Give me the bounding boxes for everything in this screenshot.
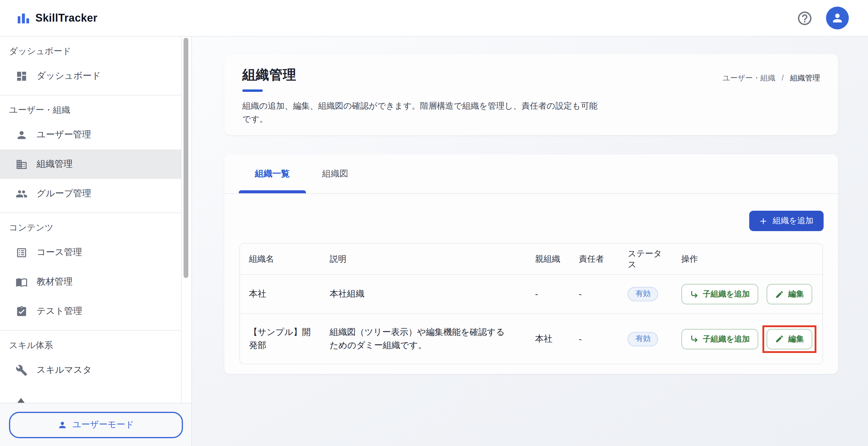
- page-header-card: 組織管理 組織の追加、編集、組織図の確認ができます。階層構造で組織を管理し、責任…: [224, 54, 838, 135]
- status-badge: 有効: [628, 287, 658, 301]
- person-icon: [57, 420, 67, 429]
- building-icon: [16, 158, 28, 170]
- add-organization-button[interactable]: 組織を追加: [749, 211, 824, 231]
- sidebar-item-user-management[interactable]: ユーザー管理: [0, 120, 181, 149]
- pencil-icon: [775, 290, 784, 299]
- tab-label: 組織一覧: [255, 168, 290, 179]
- edit-org-label: 編集: [788, 333, 804, 344]
- sidebar-item-label: コース管理: [37, 247, 82, 258]
- org-manager: -: [570, 314, 619, 364]
- org-parent: 本社: [526, 314, 570, 364]
- person-icon: [831, 11, 844, 25]
- sidebar-item-test-management[interactable]: テスト管理: [0, 297, 181, 326]
- organization-table: 組織名 説明 親組織 責任者 ステータス 操作 本社 本社組織 -: [239, 243, 823, 364]
- main-content: 組織管理 組織の追加、編集、組織図の確認ができます。階層構造で組織を管理し、責任…: [192, 37, 868, 446]
- table-toolbar: 組織を追加: [224, 194, 838, 231]
- add-child-org-label: 子組織を追加: [703, 333, 750, 344]
- org-description: 本社組織: [321, 275, 526, 314]
- sidebar-item-label: ユーザー管理: [37, 129, 91, 141]
- sidebar-item-label: 教材管理: [37, 276, 72, 288]
- sidebar-item-label: スキルマスタ: [37, 364, 92, 376]
- breadcrumb-current: 組織管理: [790, 74, 820, 82]
- edit-org-label: 編集: [788, 289, 804, 300]
- sidebar-item-material-management[interactable]: 教材管理: [0, 267, 181, 297]
- edit-org-button-highlighted[interactable]: 編集: [767, 329, 812, 349]
- book-icon: [16, 276, 28, 288]
- tab-bar: 組織一覧 組織図: [224, 154, 838, 194]
- tab-organization-chart[interactable]: 組織図: [306, 154, 364, 193]
- partially-visible-icon: [18, 398, 25, 403]
- table-header-row: 組織名 説明 親組織 責任者 ステータス 操作: [239, 243, 823, 275]
- sidebar-section-users-org: ユーザー・組織: [0, 95, 181, 120]
- sidebar-item-group-management[interactable]: グループ管理: [0, 179, 181, 208]
- sidebar-item-course-management[interactable]: コース管理: [0, 238, 181, 267]
- list-icon: [16, 246, 28, 259]
- org-description: 組織図（ツリー表示）や編集機能を確認するためのダミー組織です。: [321, 314, 526, 364]
- dashboard-icon: [16, 70, 28, 82]
- sidebar-section-skill-system: スキル体系: [0, 331, 181, 355]
- users-icon: [16, 187, 28, 200]
- edit-org-button[interactable]: 編集: [767, 284, 812, 304]
- sidebar-item-skill-master[interactable]: スキルマスタ: [0, 355, 181, 385]
- plus-icon: [760, 217, 767, 225]
- sidebar-item-label: テスト管理: [37, 305, 82, 317]
- sidebar-item-label: グループ管理: [37, 188, 91, 199]
- user-mode-button[interactable]: ユーザーモード: [9, 412, 183, 438]
- page-description-line1: 組織の追加、編集、組織図の確認ができます。階層構造で組織を管理し、責任者の設定も…: [242, 99, 597, 112]
- page-description: 組織の追加、編集、組織図の確認ができます。階層構造で組織を管理し、責任者の設定も…: [242, 99, 597, 125]
- add-child-org-button[interactable]: 子組織を追加: [681, 284, 758, 304]
- breadcrumb-separator: /: [782, 74, 784, 82]
- page-header-left: 組織管理 組織の追加、編集、組織図の確認ができます。階層構造で組織を管理し、責任…: [242, 66, 597, 135]
- application-window: SkillTracker ダッシュボード: [0, 0, 868, 446]
- title-accent-bar: [242, 89, 263, 92]
- clipboard-check-icon: [16, 305, 28, 317]
- column-header-manager: 責任者: [570, 243, 619, 275]
- sidebar-item-organization-management[interactable]: 組織管理: [0, 149, 181, 179]
- table-row: 【サンプル】開発部 組織図（ツリー表示）や編集機能を確認するためのダミー組織です…: [239, 314, 823, 364]
- org-manager: -: [570, 275, 619, 314]
- sidebar-section-contents: コンテンツ: [0, 213, 181, 238]
- sidebar-item-label: 組織管理: [37, 158, 72, 170]
- actions-cell: 子組織を追加 編集: [672, 314, 823, 364]
- org-name: 【サンプル】開発部: [239, 314, 321, 364]
- user-mode-label: ユーザーモード: [72, 419, 134, 430]
- page-title: 組織管理: [242, 66, 597, 84]
- user-avatar[interactable]: [826, 7, 849, 29]
- tab-organization-list[interactable]: 組織一覧: [239, 154, 306, 193]
- pencil-icon: [775, 334, 784, 344]
- sidebar-menu: ダッシュボード ダッシュボード ユーザー・組織 ユーザー管理: [0, 37, 182, 403]
- topbar-actions: [796, 7, 849, 29]
- corner-down-right-icon: [689, 290, 699, 299]
- sidebar-item-label: ダッシュボード: [37, 70, 101, 82]
- column-header-status: ステータス: [619, 243, 672, 275]
- column-header-parent: 親組織: [526, 243, 570, 275]
- wrench-icon: [16, 364, 28, 376]
- add-organization-label: 組織を追加: [773, 215, 813, 226]
- sidebar-section-dashboard: ダッシュボード: [0, 37, 181, 61]
- top-bar: SkillTracker: [0, 0, 868, 37]
- breadcrumb: ユーザー・組織 / 組織管理: [722, 73, 820, 135]
- org-parent: -: [526, 275, 570, 314]
- sidebar: ダッシュボード ダッシュボード ユーザー・組織 ユーザー管理: [0, 37, 192, 446]
- add-child-org-label: 子組織を追加: [703, 289, 750, 300]
- user-icon: [16, 129, 28, 141]
- bar-chart-icon: [17, 11, 30, 25]
- tab-label: 組織図: [322, 168, 348, 179]
- help-button[interactable]: [796, 9, 813, 26]
- help-circle-icon: [796, 10, 812, 26]
- add-child-org-button[interactable]: 子組織を追加: [681, 329, 758, 349]
- app-title: SkillTracker: [35, 12, 97, 24]
- sidebar-scrollbar[interactable]: [184, 38, 188, 278]
- sidebar-item-dashboard[interactable]: ダッシュボード: [0, 61, 181, 91]
- sidebar-footer: ユーザーモード: [0, 403, 191, 446]
- actions-cell: 子組織を追加 編集: [672, 275, 823, 314]
- highlight-box: 編集: [767, 329, 812, 349]
- column-header-description: 説明: [321, 243, 526, 275]
- org-name: 本社: [239, 275, 321, 314]
- breadcrumb-parent[interactable]: ユーザー・組織: [722, 74, 775, 82]
- status-badge: 有効: [628, 332, 658, 346]
- table-row: 本社 本社組織 - - 有効: [239, 275, 823, 314]
- app-logo: SkillTracker: [17, 11, 97, 25]
- organization-panel: 組織一覧 組織図 組織を追加: [224, 154, 838, 374]
- page-description-line2: です。: [242, 112, 597, 125]
